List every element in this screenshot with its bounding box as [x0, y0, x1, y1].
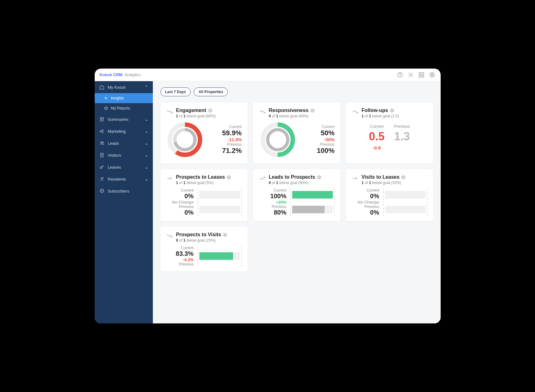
resident-icon	[99, 176, 105, 182]
nav-subscribers[interactable]: Subscribers	[95, 185, 153, 197]
card-leads-prospects[interactable]: Leads to Prospectsi 0 of 1 below goal (9…	[253, 169, 340, 221]
chevron-down-icon: ⌄	[145, 153, 148, 158]
nav-my-reports[interactable]: My Reports	[95, 103, 153, 113]
info-icon[interactable]: i	[227, 175, 231, 179]
trend-flat-icon	[166, 175, 173, 182]
nav-marketing[interactable]: Marketing ⌄	[95, 125, 153, 137]
bar-previous	[385, 206, 426, 213]
nav-my-knock[interactable]: My Knock ⌃	[95, 81, 153, 93]
filter-date-range[interactable]: Last 7 Days	[160, 87, 191, 96]
key-icon	[99, 164, 105, 170]
card-visits-leases[interactable]: Visits to Leasesi 1 of 1 below goal (33%…	[346, 169, 433, 221]
main-content: Last 7 Days All Properties Engagementi 1…	[153, 81, 441, 323]
nav-leases[interactable]: Leases ⌄	[95, 161, 153, 173]
apps-icon[interactable]	[418, 71, 425, 78]
info-icon[interactable]: i	[223, 233, 227, 237]
bar-current	[385, 191, 426, 199]
bar-current	[292, 191, 333, 199]
nav-visitors[interactable]: Visitors ⌄	[95, 149, 153, 161]
info-icon[interactable]: i	[317, 175, 321, 179]
pulse-icon	[103, 96, 109, 101]
svg-point-23	[268, 130, 288, 150]
chevron-down-icon: ⌄	[145, 165, 148, 170]
megaphone-icon	[99, 128, 105, 134]
gear-icon[interactable]	[407, 71, 414, 78]
chevron-down-icon: ⌄	[145, 176, 148, 182]
chevron-down-icon: ⌄	[145, 129, 148, 134]
doc-icon	[99, 116, 105, 122]
info-icon[interactable]: i	[208, 109, 212, 113]
filter-bar: Last 7 Days All Properties	[160, 87, 433, 96]
card-subtitle: 1 of 1 below goal (80%)	[176, 114, 216, 118]
shield-icon	[99, 188, 105, 194]
svg-point-15	[101, 190, 102, 191]
nav-insights[interactable]: Insights	[95, 93, 153, 103]
bar-current	[199, 191, 240, 199]
page-title: Analytics	[124, 72, 141, 77]
svg-rect-12	[101, 153, 103, 157]
svg-point-2	[410, 74, 411, 76]
account-icon[interactable]	[429, 71, 436, 78]
info-icon[interactable]: i	[390, 109, 394, 113]
bar-current	[199, 252, 240, 260]
svg-rect-3	[419, 72, 421, 74]
trend-flat-icon	[352, 175, 359, 182]
trend-down-icon	[259, 108, 266, 115]
star-icon	[103, 106, 109, 111]
filter-properties[interactable]: All Properties	[194, 87, 228, 96]
card-prospects-leases[interactable]: Prospects to Leasesi 1 of 1 below goal (…	[160, 169, 248, 221]
nav-residents[interactable]: Residents ⌄	[95, 173, 153, 185]
trend-down-icon	[352, 108, 359, 115]
trend-up-icon	[259, 175, 266, 182]
bar-previous	[292, 206, 333, 213]
svg-point-1	[400, 76, 400, 76]
chevron-down-icon: ⌄	[145, 141, 148, 146]
chevron-down-icon: ⌄	[145, 117, 148, 122]
home-icon	[99, 84, 105, 90]
bar-previous	[199, 206, 240, 213]
svg-point-8	[431, 73, 433, 75]
svg-point-10	[101, 142, 102, 143]
svg-rect-6	[422, 75, 424, 77]
info-icon[interactable]: i	[310, 109, 315, 113]
help-icon[interactable]	[397, 71, 404, 78]
chevron-up-icon: ⌃	[145, 85, 148, 90]
card-engagement[interactable]: Engagementi 1 of 1 below goal (80%)	[160, 103, 248, 164]
card-followups[interactable]: Follow-upsi 1 of 1 below goal (2.5) Curr…	[346, 103, 433, 164]
brand-name: Knock CRM	[100, 72, 123, 77]
card-responsiveness[interactable]: Responsivenessi 0 of 1 below goal (40%)	[253, 103, 340, 164]
responsiveness-donut	[259, 121, 297, 159]
svg-rect-4	[422, 72, 424, 74]
building-icon	[99, 152, 105, 158]
header: Knock CRM Analytics	[95, 69, 441, 81]
app-window: Knock CRM Analytics My Knock ⌃ Insights …	[95, 69, 441, 323]
info-icon[interactable]: i	[401, 175, 405, 179]
svg-point-14	[101, 177, 103, 179]
trend-down-icon	[166, 108, 173, 115]
trend-down-icon	[166, 232, 173, 239]
nav-summaries[interactable]: Summaries ⌄	[95, 113, 153, 125]
sidebar: My Knock ⌃ Insights My Reports Summaries…	[95, 81, 153, 323]
card-prospects-visits[interactable]: Prospects to Visitsi 0 of 1 below goal (…	[160, 227, 248, 272]
engagement-donut	[166, 121, 204, 159]
svg-rect-5	[419, 75, 421, 77]
people-icon	[99, 140, 105, 146]
svg-point-11	[102, 142, 103, 143]
nav-leads[interactable]: Leads ⌄	[95, 137, 153, 149]
svg-point-13	[100, 167, 102, 168]
